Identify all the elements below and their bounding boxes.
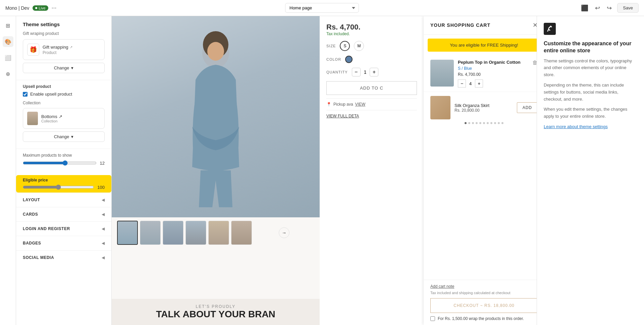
redo-button[interactable]: ↪ [605,3,613,13]
free-shipping-banner: You are eligible for FREE Shipping! [428,39,537,52]
nav-icon-home[interactable]: ⊞ [3,20,13,31]
dot-7 [487,122,489,124]
qty-value: 1 [364,69,367,75]
add-cart-note-link[interactable]: Add cart note [430,284,537,289]
thumb-4[interactable] [185,221,206,245]
page-select[interactable]: Home page Product page Collection page C… [285,3,359,13]
cart-panel: YOUR SHOPPING CART ✕ You are eligible fo… [424,16,537,325]
save-button[interactable]: Save [617,3,639,13]
next-thumb-button[interactable]: → [279,227,289,238]
size-s-button[interactable]: S [340,41,350,51]
cart-item-info: Peplum Top in Organic Cotton S / Blue Rs… [458,60,528,88]
sidebar: Theme settings Gift wraping product 🎁 Gi… [16,16,112,325]
gift-wrap-checkbox[interactable] [430,316,435,321]
undo-button[interactable]: ↩ [594,3,601,13]
brand-footer: LET'S PROUDLY TALK ABOUT YOUR BRAN [112,299,320,325]
social-arrow-icon: ◀ [102,255,105,260]
size-m-button[interactable]: M [354,41,364,51]
cart-item-price: Rs. 4,700.00 [458,72,528,77]
hammer-icon [546,25,554,33]
tax-note: Tax included. [326,32,417,36]
qty-label: QUANTITY [326,70,348,74]
learn-more-link[interactable]: Learn more about theme settings [544,124,608,129]
upsell-add-button[interactable]: ADD [517,102,537,113]
svg-point-2 [207,42,224,61]
badges-label: BADGES [23,241,41,246]
login-collapse[interactable]: LOGIN AND REGISTER ◀ [16,221,111,236]
badges-collapse[interactable]: BADGES ◀ [16,236,111,250]
color-swatch-blue[interactable] [345,56,353,63]
product-details: Rs. 4,700. Tax included. SIZE S M COLOR … [320,16,424,325]
dot-8 [490,122,492,124]
collection-card: Bottoms ↗ Collection [23,108,105,129]
gift-sub-label: Product [43,50,72,55]
lets-text: LET'S PROUDLY [117,304,314,309]
layout-collapse[interactable]: LAYOUT ◀ [16,193,111,207]
more-options-button[interactable]: ··· [52,4,57,11]
eligible-slider-row: 100 [23,184,105,190]
dot-11 [501,122,503,124]
cards-collapse[interactable]: CARDS ◀ [16,207,111,221]
qty-increment-button[interactable]: + [370,68,378,76]
cart-qty-increment[interactable]: + [475,79,483,88]
color-label: COLOR [326,57,341,61]
cart-item-image [430,60,454,87]
device-toggle-button[interactable]: ⬛ [580,3,590,13]
collection-info: Bottoms ↗ Collection [41,114,62,123]
right-info-panel: Customize the appearance of your entire … [537,16,644,325]
cart-delete-button[interactable]: 🗑 [532,60,537,66]
live-dot [35,7,37,9]
max-slider[interactable] [23,160,97,166]
max-value: 12 [100,161,105,166]
thumb-6[interactable] [231,221,252,245]
thumb-1[interactable] [117,221,138,245]
max-label: Maximum products to show [23,153,105,158]
thumb-2[interactable] [140,221,161,245]
upsell-title: Upsell product [23,84,105,89]
chevron-down-icon: ▾ [71,65,73,70]
change-gift-button[interactable]: Change ▾ [23,63,105,73]
cart-close-button[interactable]: ✕ [533,21,537,29]
social-label: SOCIAL MEDIA [23,255,54,260]
topbar-right: ⬛ ↩ ↪ Save [482,3,639,13]
live-badge: Live [33,5,48,11]
nav-icon-theme[interactable]: 🎨 [3,36,13,47]
right-panel-logo [544,23,637,35]
thumb-5[interactable] [208,221,229,245]
external-link-icon: ↗ [70,45,72,49]
right-body-3: When you edit theme settings, the change… [544,106,637,120]
upsell-product-name: Silk Organza Skirt [454,103,513,108]
main-layout: ⊞ 🎨 ⬜ ⊕ Theme settings Gift wraping prod… [0,16,644,325]
dot-6 [483,122,485,124]
gift-item-label: Gift wrapping ↗ [43,45,72,50]
upsell-section: Upsell product Enable upsell product Col… [16,84,111,147]
cart-upsell-section: Silk Organza Skirt Rs. 20,800.00 ADD [424,92,537,131]
thumb-3[interactable] [163,221,183,245]
add-to-cart-button[interactable]: ADD TO C [326,81,417,95]
cart-footer: Add cart note Tax included and shipping … [424,280,537,325]
gift-product-card: 🎁 Gift wrapping ↗ Product [23,39,105,60]
checkout-button[interactable]: CHECKOUT ~ RS. 18,800.00 [430,298,537,313]
cart-qty-decrement[interactable]: − [458,79,466,88]
dot-10 [498,122,500,124]
cards-arrow-icon: ◀ [102,212,105,217]
topbar-center: Home page Product page Collection page C… [166,3,478,13]
product-main-image [112,16,320,217]
topbar-left: Mono | Dev Live ··· [5,4,162,11]
eligible-value: 100 [97,185,105,190]
product-price: Rs. 4,700. [326,23,417,32]
view-full-details-link[interactable]: VIEW FULL DETA [326,114,417,118]
dot-3 [472,122,474,124]
qty-row: QUANTITY − 1 + [326,68,417,76]
social-collapse[interactable]: SOCIAL MEDIA ◀ [16,250,111,265]
change-collection-button[interactable]: Change ▾ [23,131,105,142]
nav-icon-sections[interactable]: ⬜ [3,52,13,63]
preview-area: → LET'S PROUDLY TALK ABOUT YOUR BRAN Rs.… [112,16,537,325]
upsell-checkbox[interactable] [23,92,28,97]
eligible-slider[interactable] [23,184,94,190]
view-store-link[interactable]: VIEW [355,102,366,107]
nav-icon-apps[interactable]: ⊕ [3,68,13,79]
upsell-product-price: Rs. 20,800.00 [454,108,513,113]
qty-decrement-button[interactable]: − [352,68,361,76]
size-label: SIZE [326,44,336,48]
